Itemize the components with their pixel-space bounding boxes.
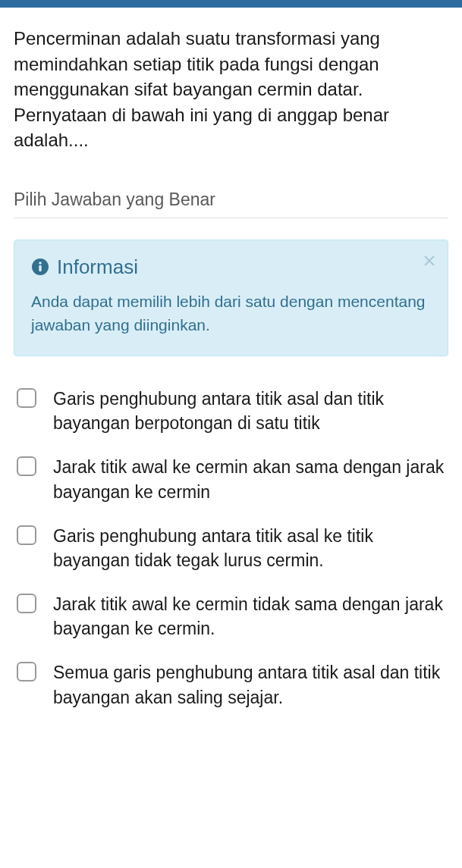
option-label: Jarak titik awal ke cermin akan sama den… bbox=[53, 455, 445, 503]
option-row[interactable]: Garis penghubung antara titik asal ke ti… bbox=[17, 524, 445, 572]
option-label: Jarak titik awal ke cermin tidak sama de… bbox=[53, 592, 445, 641]
svg-point-1 bbox=[39, 262, 42, 265]
info-header: Informasi bbox=[31, 255, 431, 279]
section-heading: Pilih Jawaban yang Benar bbox=[14, 190, 448, 218]
option-label: Semua garis penghubung antara titik asal… bbox=[53, 660, 445, 709]
checkbox[interactable] bbox=[17, 388, 36, 408]
info-title: Informasi bbox=[57, 255, 138, 279]
checkbox[interactable] bbox=[17, 662, 36, 682]
svg-rect-2 bbox=[39, 265, 41, 271]
option-label: Garis penghubung antara titik asal dan t… bbox=[53, 387, 445, 435]
content-area: Pencerminan adalah suatu transformasi ya… bbox=[0, 8, 462, 710]
option-row[interactable]: Jarak titik awal ke cermin akan sama den… bbox=[17, 455, 445, 503]
info-body: Anda dapat memilih lebih dari satu denga… bbox=[31, 290, 431, 337]
close-icon[interactable] bbox=[423, 254, 435, 269]
checkbox[interactable] bbox=[17, 525, 36, 545]
top-bar bbox=[0, 0, 462, 8]
info-box: Informasi Anda dapat memilih lebih dari … bbox=[14, 240, 448, 356]
option-label: Garis penghubung antara titik asal ke ti… bbox=[53, 524, 445, 572]
checkbox[interactable] bbox=[17, 594, 36, 613]
option-row[interactable]: Garis penghubung antara titik asal dan t… bbox=[17, 387, 445, 435]
option-row[interactable]: Semua garis penghubung antara titik asal… bbox=[17, 660, 445, 709]
info-icon bbox=[31, 258, 49, 276]
option-row[interactable]: Jarak titik awal ke cermin tidak sama de… bbox=[17, 592, 445, 641]
checkbox[interactable] bbox=[17, 456, 36, 476]
question-text: Pencerminan adalah suatu transformasi ya… bbox=[14, 26, 448, 153]
options-list: Garis penghubung antara titik asal dan t… bbox=[14, 387, 448, 710]
